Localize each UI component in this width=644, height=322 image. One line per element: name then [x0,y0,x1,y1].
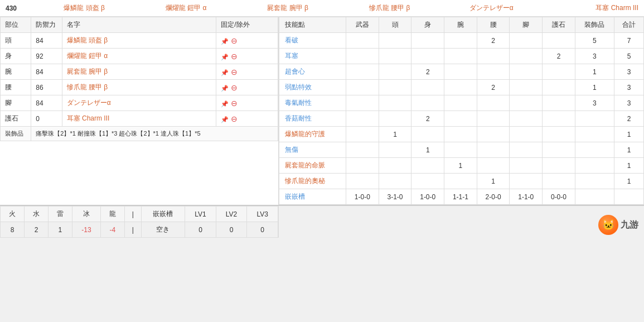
skill-cell-total: 5 [614,49,643,64]
elem-value-2: 1 [48,222,72,238]
skill-cell-charm: 0-0-0 [543,189,575,205]
skill-cell-waist [477,127,510,142]
skill-cell-arm [444,111,477,127]
elem-header-3: 冰 [72,206,100,222]
fixed-cell: 📌 ⊖ [216,111,278,127]
skill-cell-charm [543,158,575,174]
skill-cell-charm [543,111,575,127]
skill-cell-total: 3 [614,64,643,80]
elem-header-5: | [124,206,141,222]
skill-cell-body: 2 [411,111,444,127]
skill-row: 屍套龍的命脈11 [279,158,644,174]
skill-cell-leg [510,80,543,95]
skill-cell-body [411,127,444,142]
elem-header-8: LV2 [216,206,247,222]
skill-cell-charm [543,33,575,49]
elem-header-7: LV1 [185,206,216,222]
skill-cell-head: 1 [379,127,411,142]
skill-cell-weapon [346,174,379,189]
name-cell: 爛燿龍 鎧甲 α [62,49,216,64]
skill-cell-waist [477,142,510,158]
skill-cell-leg: 1-1-0 [510,189,543,205]
deco-label: 裝飾品 [1,127,31,141]
skill-cell-head [379,142,411,158]
name-cell: 屍套龍 腕甲 β [62,64,216,80]
skill-cell-name: 慘爪龍的奧秘 [279,174,346,189]
skill-cell-name: 毒氣耐性 [279,95,346,111]
minus-icon[interactable]: ⊖ [231,52,238,61]
skill-cell-weapon [346,64,379,80]
skill-cell-arm: 1-1-1 [444,189,477,205]
part-cell: 身 [1,49,31,64]
part-cell: 腕 [1,64,31,80]
elem-header-2: 雷 [48,206,72,222]
skill-cell-weapon [346,158,379,174]
minus-icon[interactable]: ⊖ [231,36,238,45]
skill-cell-body [411,49,444,64]
defense-cell: 84 [31,64,62,80]
skill-cell-head [379,95,411,111]
skill-cell-name: 屍套龍的命脈 [279,158,346,174]
skill-cell-deco: 1 [575,80,614,95]
skill-cell-body [411,80,444,95]
skill-cell-arm [444,64,477,80]
fixed-cell: 📌 ⊖ [216,80,278,95]
skill-col-header-5: 腰 [477,17,510,33]
minus-icon[interactable]: ⊖ [231,114,238,123]
elem-table: 火水雷冰龍|嵌嵌槽LV1LV2LV3 821-13-4|空き000 [0,206,278,238]
skill-cell-body [411,33,444,49]
skill-cell-total: 1 [614,127,643,142]
skill-cell-deco: 1 [575,64,614,80]
skill-cell-deco: 5 [575,33,614,49]
skill-row: 爆鱗龍的守護11 [279,127,644,142]
skill-cell-head [379,49,411,64]
skill-cell-name: 嵌嵌槽 [279,189,346,205]
skill-cell-leg [510,174,543,189]
defense-cell: 84 [31,33,62,49]
skill-cell-waist: 2 [477,80,510,95]
skill-cell-total: 1 [614,142,643,158]
bottom-section: 火水雷冰龍|嵌嵌槽LV1LV2LV3 821-13-4|空き000 [0,205,644,238]
skill-cell-name: 無傷 [279,142,346,158]
minus-icon[interactable]: ⊖ [231,68,238,76]
skill-cell-body [411,95,444,111]
skill-cell-charm [543,142,575,158]
bottom-right [279,206,644,238]
pin-icon: 📌 [221,100,229,107]
elem-value-7: 0 [185,222,216,238]
top-bar: 430 爆鱗龍 頭盔 β 爛燿龍 鎧甲 α 屍套龍 腕甲 β 慘爪龍 腰甲 β … [0,0,644,17]
skill-cell-arm [444,49,477,64]
skill-cell-total: 2 [614,111,643,127]
part-cell: 護石 [1,111,31,127]
skill-row: 香菇耐性22 [279,111,644,127]
col-header-fixed: 固定/除外 [216,17,278,33]
armor-row: 護石 0 耳塞 Charm III 📌 ⊖ [1,111,278,127]
main-container: 部位 防禦力 名字 固定/除外 頭 84 爆鱗龍 頭盔 β 📌 ⊖ 身 92 爛… [0,17,644,205]
skill-cell-name: 爆鱗龍的守護 [279,127,346,142]
skill-cell-leg [510,95,543,111]
minus-icon[interactable]: ⊖ [231,99,238,108]
skill-cell-leg [510,49,543,64]
topbar-item-2: 爛燿龍 鎧甲 α [141,3,232,13]
skill-cell-deco: 3 [575,49,614,64]
elem-value-1: 2 [24,222,48,238]
elem-value-9: 0 [247,222,278,238]
skill-cell-name: 香菇耐性 [279,111,346,127]
minus-icon[interactable]: ⊖ [231,83,238,92]
armor-row: 腰 86 慘爪龍 腰甲 β 📌 ⊖ [1,80,278,95]
elem-value-4: -4 [100,222,124,238]
skill-col-header-6: 腳 [510,17,543,33]
col-header-name: 名字 [62,17,216,33]
skill-row: 毒氣耐性33 [279,95,644,111]
skill-cell-waist [477,95,510,111]
fixed-cell: 📌 ⊖ [216,95,278,111]
skill-cell-name: 弱點特效 [279,80,346,95]
logo-area: 🐱 九游 [598,215,638,235]
skill-cell-deco [575,189,614,205]
skill-row: 慘爪龍的奧秘11 [279,174,644,189]
skill-cell-arm [444,142,477,158]
skill-cell-name: 超會心 [279,64,346,80]
part-cell: 腳 [1,95,31,111]
skill-cell-arm [444,80,477,95]
armor-row: 身 92 爛燿龍 鎧甲 α 📌 ⊖ [1,49,278,64]
